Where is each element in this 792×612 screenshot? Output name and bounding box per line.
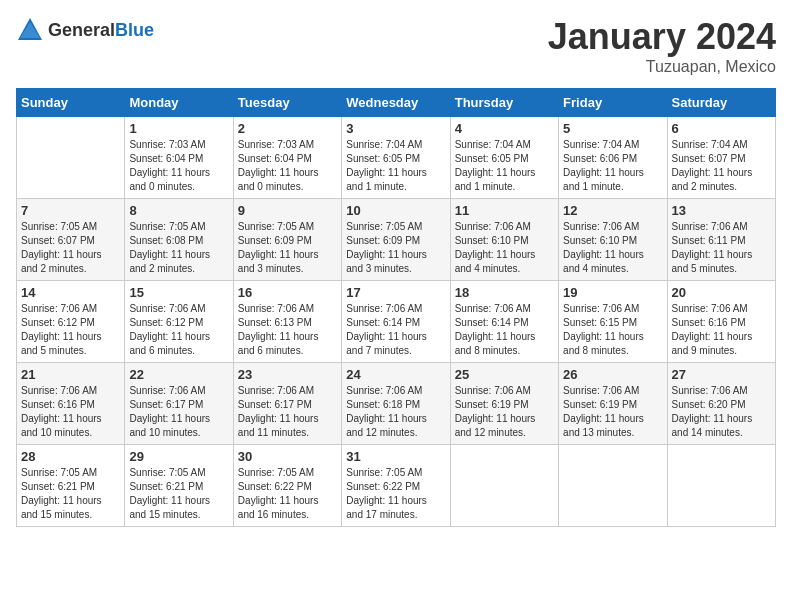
calendar-cell: 1Sunrise: 7:03 AMSunset: 6:04 PMDaylight… <box>125 117 233 199</box>
day-number: 29 <box>129 449 228 464</box>
day-info: Sunrise: 7:04 AMSunset: 6:07 PMDaylight:… <box>672 138 771 194</box>
logo-general: General <box>48 20 115 40</box>
calendar-cell: 26Sunrise: 7:06 AMSunset: 6:19 PMDayligh… <box>559 363 667 445</box>
day-number: 19 <box>563 285 662 300</box>
day-info: Sunrise: 7:05 AMSunset: 6:22 PMDaylight:… <box>346 466 445 522</box>
day-info: Sunrise: 7:04 AMSunset: 6:06 PMDaylight:… <box>563 138 662 194</box>
location-title: Tuzuapan, Mexico <box>548 58 776 76</box>
day-number: 7 <box>21 203 120 218</box>
week-row-1: 1Sunrise: 7:03 AMSunset: 6:04 PMDaylight… <box>17 117 776 199</box>
calendar-cell: 31Sunrise: 7:05 AMSunset: 6:22 PMDayligh… <box>342 445 450 527</box>
day-info: Sunrise: 7:06 AMSunset: 6:18 PMDaylight:… <box>346 384 445 440</box>
calendar-cell: 29Sunrise: 7:05 AMSunset: 6:21 PMDayligh… <box>125 445 233 527</box>
title-area: January 2024 Tuzuapan, Mexico <box>548 16 776 76</box>
day-info: Sunrise: 7:06 AMSunset: 6:20 PMDaylight:… <box>672 384 771 440</box>
calendar-cell <box>667 445 775 527</box>
month-title: January 2024 <box>548 16 776 58</box>
day-number: 11 <box>455 203 554 218</box>
calendar-cell: 2Sunrise: 7:03 AMSunset: 6:04 PMDaylight… <box>233 117 341 199</box>
calendar-cell: 17Sunrise: 7:06 AMSunset: 6:14 PMDayligh… <box>342 281 450 363</box>
day-number: 31 <box>346 449 445 464</box>
calendar-cell: 28Sunrise: 7:05 AMSunset: 6:21 PMDayligh… <box>17 445 125 527</box>
day-number: 30 <box>238 449 337 464</box>
day-info: Sunrise: 7:05 AMSunset: 6:21 PMDaylight:… <box>21 466 120 522</box>
day-info: Sunrise: 7:03 AMSunset: 6:04 PMDaylight:… <box>238 138 337 194</box>
day-number: 6 <box>672 121 771 136</box>
calendar-cell: 22Sunrise: 7:06 AMSunset: 6:17 PMDayligh… <box>125 363 233 445</box>
calendar-cell: 7Sunrise: 7:05 AMSunset: 6:07 PMDaylight… <box>17 199 125 281</box>
day-number: 4 <box>455 121 554 136</box>
day-header-sunday: Sunday <box>17 89 125 117</box>
logo-icon <box>16 16 44 44</box>
day-number: 14 <box>21 285 120 300</box>
day-info: Sunrise: 7:06 AMSunset: 6:17 PMDaylight:… <box>238 384 337 440</box>
calendar-table: SundayMondayTuesdayWednesdayThursdayFrid… <box>16 88 776 527</box>
calendar-cell: 24Sunrise: 7:06 AMSunset: 6:18 PMDayligh… <box>342 363 450 445</box>
day-number: 23 <box>238 367 337 382</box>
day-info: Sunrise: 7:06 AMSunset: 6:19 PMDaylight:… <box>563 384 662 440</box>
calendar-cell: 11Sunrise: 7:06 AMSunset: 6:10 PMDayligh… <box>450 199 558 281</box>
calendar-cell: 27Sunrise: 7:06 AMSunset: 6:20 PMDayligh… <box>667 363 775 445</box>
day-number: 15 <box>129 285 228 300</box>
calendar-cell: 19Sunrise: 7:06 AMSunset: 6:15 PMDayligh… <box>559 281 667 363</box>
day-info: Sunrise: 7:06 AMSunset: 6:16 PMDaylight:… <box>672 302 771 358</box>
day-info: Sunrise: 7:06 AMSunset: 6:19 PMDaylight:… <box>455 384 554 440</box>
calendar-cell: 9Sunrise: 7:05 AMSunset: 6:09 PMDaylight… <box>233 199 341 281</box>
day-info: Sunrise: 7:06 AMSunset: 6:11 PMDaylight:… <box>672 220 771 276</box>
day-info: Sunrise: 7:06 AMSunset: 6:10 PMDaylight:… <box>455 220 554 276</box>
calendar-cell: 10Sunrise: 7:05 AMSunset: 6:09 PMDayligh… <box>342 199 450 281</box>
logo-blue: Blue <box>115 20 154 40</box>
calendar-cell: 30Sunrise: 7:05 AMSunset: 6:22 PMDayligh… <box>233 445 341 527</box>
day-info: Sunrise: 7:04 AMSunset: 6:05 PMDaylight:… <box>455 138 554 194</box>
day-header-saturday: Saturday <box>667 89 775 117</box>
day-info: Sunrise: 7:06 AMSunset: 6:14 PMDaylight:… <box>455 302 554 358</box>
day-info: Sunrise: 7:06 AMSunset: 6:12 PMDaylight:… <box>129 302 228 358</box>
day-info: Sunrise: 7:05 AMSunset: 6:09 PMDaylight:… <box>346 220 445 276</box>
day-info: Sunrise: 7:06 AMSunset: 6:16 PMDaylight:… <box>21 384 120 440</box>
day-header-friday: Friday <box>559 89 667 117</box>
day-header-monday: Monday <box>125 89 233 117</box>
calendar-cell <box>17 117 125 199</box>
day-number: 1 <box>129 121 228 136</box>
day-number: 12 <box>563 203 662 218</box>
calendar-cell: 13Sunrise: 7:06 AMSunset: 6:11 PMDayligh… <box>667 199 775 281</box>
day-info: Sunrise: 7:06 AMSunset: 6:15 PMDaylight:… <box>563 302 662 358</box>
day-header-thursday: Thursday <box>450 89 558 117</box>
day-number: 3 <box>346 121 445 136</box>
calendar-cell <box>559 445 667 527</box>
day-number: 2 <box>238 121 337 136</box>
day-number: 5 <box>563 121 662 136</box>
calendar-cell: 14Sunrise: 7:06 AMSunset: 6:12 PMDayligh… <box>17 281 125 363</box>
calendar-cell: 8Sunrise: 7:05 AMSunset: 6:08 PMDaylight… <box>125 199 233 281</box>
day-number: 10 <box>346 203 445 218</box>
calendar-cell: 21Sunrise: 7:06 AMSunset: 6:16 PMDayligh… <box>17 363 125 445</box>
day-info: Sunrise: 7:05 AMSunset: 6:08 PMDaylight:… <box>129 220 228 276</box>
day-info: Sunrise: 7:05 AMSunset: 6:21 PMDaylight:… <box>129 466 228 522</box>
calendar-cell: 20Sunrise: 7:06 AMSunset: 6:16 PMDayligh… <box>667 281 775 363</box>
day-number: 22 <box>129 367 228 382</box>
day-number: 28 <box>21 449 120 464</box>
calendar-cell: 3Sunrise: 7:04 AMSunset: 6:05 PMDaylight… <box>342 117 450 199</box>
calendar-cell: 16Sunrise: 7:06 AMSunset: 6:13 PMDayligh… <box>233 281 341 363</box>
svg-marker-1 <box>20 22 40 38</box>
calendar-cell: 18Sunrise: 7:06 AMSunset: 6:14 PMDayligh… <box>450 281 558 363</box>
calendar-cell: 15Sunrise: 7:06 AMSunset: 6:12 PMDayligh… <box>125 281 233 363</box>
week-row-2: 7Sunrise: 7:05 AMSunset: 6:07 PMDaylight… <box>17 199 776 281</box>
day-number: 9 <box>238 203 337 218</box>
calendar-cell <box>450 445 558 527</box>
day-info: Sunrise: 7:06 AMSunset: 6:12 PMDaylight:… <box>21 302 120 358</box>
calendar-cell: 4Sunrise: 7:04 AMSunset: 6:05 PMDaylight… <box>450 117 558 199</box>
calendar-cell: 12Sunrise: 7:06 AMSunset: 6:10 PMDayligh… <box>559 199 667 281</box>
day-number: 13 <box>672 203 771 218</box>
calendar-cell: 23Sunrise: 7:06 AMSunset: 6:17 PMDayligh… <box>233 363 341 445</box>
day-info: Sunrise: 7:06 AMSunset: 6:17 PMDaylight:… <box>129 384 228 440</box>
day-info: Sunrise: 7:05 AMSunset: 6:07 PMDaylight:… <box>21 220 120 276</box>
day-number: 27 <box>672 367 771 382</box>
calendar-cell: 6Sunrise: 7:04 AMSunset: 6:07 PMDaylight… <box>667 117 775 199</box>
calendar-cell: 5Sunrise: 7:04 AMSunset: 6:06 PMDaylight… <box>559 117 667 199</box>
day-info: Sunrise: 7:06 AMSunset: 6:10 PMDaylight:… <box>563 220 662 276</box>
day-number: 26 <box>563 367 662 382</box>
week-row-4: 21Sunrise: 7:06 AMSunset: 6:16 PMDayligh… <box>17 363 776 445</box>
day-number: 24 <box>346 367 445 382</box>
day-info: Sunrise: 7:06 AMSunset: 6:14 PMDaylight:… <box>346 302 445 358</box>
